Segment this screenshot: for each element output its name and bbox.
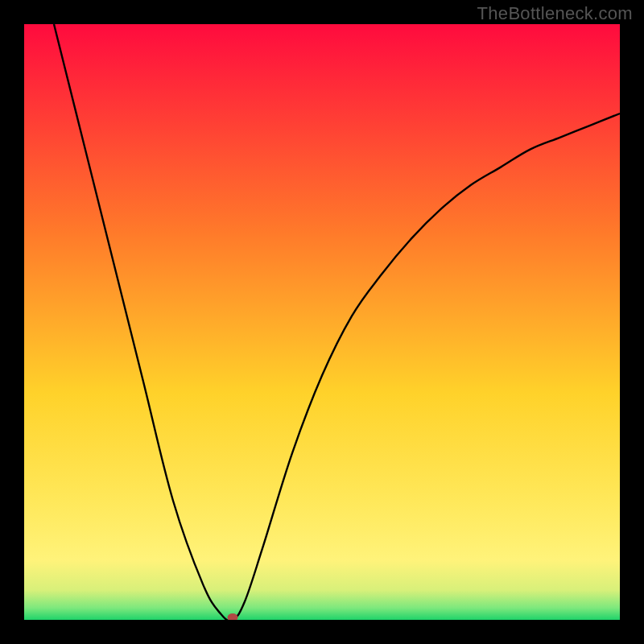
plot-svg <box>24 24 620 620</box>
background-gradient <box>24 24 620 620</box>
chart-frame: TheBottleneck.com <box>0 0 644 644</box>
plot-area <box>24 24 620 620</box>
watermark-text: TheBottleneck.com <box>477 3 633 24</box>
